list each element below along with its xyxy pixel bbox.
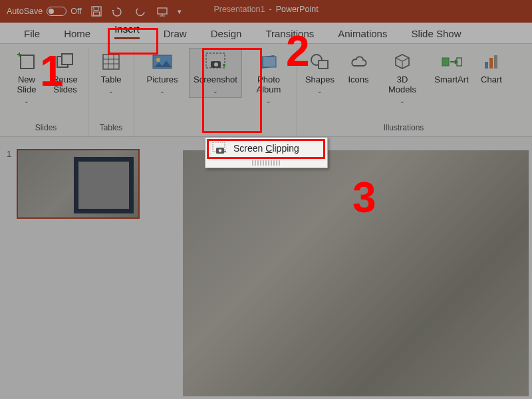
pictures-label: Pictures <box>147 75 178 85</box>
chevron-down-icon: ⌄ <box>317 88 323 94</box>
svg-rect-11 <box>103 55 119 69</box>
svg-point-17 <box>156 58 160 62</box>
3d-models-label: 3D Models <box>388 75 416 95</box>
doc-name: Presentation1 <box>213 5 265 14</box>
chevron-down-icon: ⌄ <box>213 88 218 94</box>
svg-point-20 <box>214 63 218 66</box>
ribbon-tabs: File Home Insert Draw Design Transitions… <box>0 23 532 44</box>
photo-album-label: Photo Album <box>257 75 281 95</box>
document-title: Presentation1 - PowerPoint <box>213 5 318 14</box>
autosave-pill <box>47 7 66 16</box>
reuse-slides-button[interactable]: Reuse Slides <box>48 48 82 98</box>
photo-album-button[interactable]: Photo Album ⌄ <box>246 48 291 108</box>
chevron-down-icon: ⌄ <box>108 88 114 94</box>
tab-transitions[interactable]: Transitions <box>253 24 326 43</box>
tab-draw[interactable]: Draw <box>152 24 199 43</box>
photo-album-icon <box>256 51 281 72</box>
icons-label: Icons <box>348 75 368 85</box>
svg-rect-31 <box>494 55 497 68</box>
svg-rect-26 <box>319 61 328 68</box>
reuse-slides-icon <box>53 51 78 72</box>
svg-point-34 <box>219 149 221 152</box>
shapes-icon <box>307 51 332 72</box>
table-label: Table <box>100 75 121 85</box>
smartart-label: SmartArt <box>434 75 468 85</box>
chart-label: Chart <box>481 75 502 85</box>
slide-number: 1 <box>7 149 11 219</box>
chart-button[interactable]: Chart <box>478 48 505 88</box>
camera-clip-icon <box>212 142 227 155</box>
tab-file[interactable]: File <box>12 24 52 43</box>
group-tables-label: Tables <box>100 120 123 136</box>
pictures-icon <box>150 51 175 72</box>
screen-clipping-label: Screen Clipping <box>233 143 299 154</box>
chart-icon <box>479 51 504 72</box>
tab-home[interactable]: Home <box>52 24 102 43</box>
title-bar: AutoSave Off ▾ Presentation1 - PowerPoin… <box>0 0 532 23</box>
svg-rect-29 <box>485 62 488 68</box>
svg-rect-1 <box>94 7 98 11</box>
group-tables: Table ⌄ Tables <box>88 48 134 136</box>
tab-insert[interactable]: Insert <box>102 19 152 43</box>
svg-rect-27 <box>442 58 449 66</box>
tab-animations[interactable]: Animations <box>326 24 399 43</box>
table-button[interactable]: Table ⌄ <box>94 48 128 98</box>
svg-rect-3 <box>158 8 167 14</box>
3d-models-button[interactable]: 3D Models ⌄ <box>380 48 425 108</box>
new-slide-label: New Slide <box>17 75 37 95</box>
dropdown-grip[interactable] <box>252 160 281 166</box>
screenshot-icon <box>203 51 228 72</box>
autosave-state: Off <box>70 7 81 16</box>
chevron-down-icon: ⌄ <box>24 98 29 104</box>
tab-design[interactable]: Design <box>199 24 254 43</box>
screenshot-dropdown: Screen Clipping <box>205 137 328 168</box>
icons-icon <box>346 51 371 72</box>
group-illustrations: Shapes ⌄ Icons 3D Models ⌄ Smar <box>297 48 510 136</box>
chevron-down-icon: ⌄ <box>400 98 405 104</box>
table-icon <box>98 51 124 72</box>
slide-canvas[interactable] <box>183 150 529 396</box>
reuse-slides-label: Reuse Slides <box>53 75 78 95</box>
slide-thumbnail-1[interactable] <box>17 149 140 219</box>
svg-rect-30 <box>489 58 493 68</box>
screenshot-label: Screenshot <box>194 75 237 85</box>
svg-rect-24 <box>263 57 276 67</box>
shapes-button[interactable]: Shapes ⌄ <box>303 48 337 98</box>
svg-rect-6 <box>21 55 34 68</box>
group-illustrations-label: Illustrations <box>384 120 424 136</box>
autosave-label: AutoSave <box>7 7 43 16</box>
title-separator: - <box>269 5 272 14</box>
qat-more-icon[interactable]: ▾ <box>178 7 182 16</box>
cube-icon <box>390 51 415 72</box>
new-slide-icon <box>14 51 39 72</box>
icons-button[interactable]: Icons <box>341 48 376 88</box>
slide-stage <box>170 137 532 399</box>
save-icon[interactable] <box>91 6 102 17</box>
tab-slideshow[interactable]: Slide Show <box>399 24 473 43</box>
screenshot-button[interactable]: Screenshot ⌄ <box>189 48 242 98</box>
present-icon[interactable] <box>156 6 168 17</box>
group-slides: New Slide ⌄ Reuse Slides Slides <box>4 48 88 136</box>
smartart-button[interactable]: SmartArt <box>429 48 474 88</box>
chevron-down-icon: ⌄ <box>266 98 271 104</box>
undo-icon[interactable] <box>111 6 126 17</box>
app-name: PowerPoint <box>276 5 319 14</box>
pictures-button[interactable]: Pictures ⌄ <box>140 48 185 98</box>
slide-thumbnail-rail: 1 <box>0 137 170 399</box>
chevron-down-icon: ⌄ <box>160 88 165 94</box>
workspace: 1 <box>0 137 532 399</box>
new-slide-button[interactable]: New Slide ⌄ <box>9 48 44 108</box>
shapes-label: Shapes <box>305 75 334 85</box>
smartart-icon <box>439 51 464 72</box>
screen-clipping-item[interactable]: Screen Clipping <box>205 138 327 159</box>
group-images: Pictures ⌄ Screenshot ⌄ Photo Album ⌄ Im… <box>134 48 297 136</box>
svg-rect-2 <box>93 12 99 15</box>
group-slides-label: Slides <box>35 120 57 136</box>
redo-icon[interactable] <box>135 6 147 17</box>
ribbon-insert: New Slide ⌄ Reuse Slides Slides Table ⌄ … <box>0 44 532 137</box>
svg-rect-10 <box>62 54 72 65</box>
autosave-toggle[interactable]: AutoSave Off <box>7 7 82 16</box>
